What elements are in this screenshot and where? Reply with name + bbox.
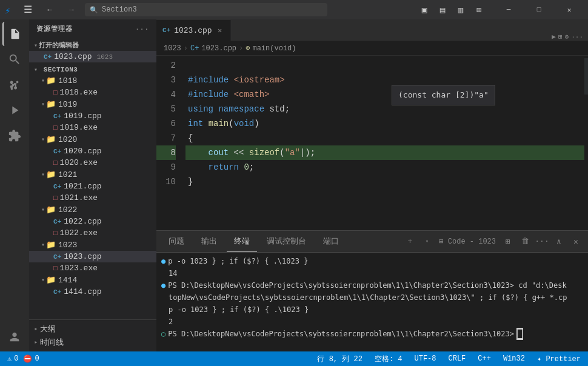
breadcrumb-sep-2: ›: [239, 44, 243, 53]
terminal-cursor: █: [516, 328, 523, 340]
panel-dropdown-button[interactable]: ▾: [419, 235, 434, 249]
code-editor[interactable]: 2 3 4 5 6 7 8 9 10 #include: [156, 56, 588, 230]
split-editor-icon[interactable]: ⊞: [558, 33, 563, 41]
main-container: 资源管理器 ··· ▾ 打开的编辑器 C+ 1023.cpp 1023 ▾ SE…: [0, 19, 588, 351]
editor-area: C+ 1023.cpp ✕ ▶ ⊞ ⚙ ··· 1023 › C+ 1023.c…: [156, 19, 588, 351]
section-chevron: ▾: [34, 67, 38, 73]
file-1020-exe[interactable]: □ 1020.exe: [29, 157, 156, 168]
folder-1018-label: 1018: [58, 76, 77, 85]
line-num-7: 7: [156, 131, 176, 145]
token-return: return: [209, 160, 239, 175]
folder-1023[interactable]: ▾ 📁 1023: [29, 239, 156, 251]
panel-tab-ports[interactable]: 端口: [316, 231, 346, 252]
file-1019-cpp[interactable]: C+ 1019.cpp: [29, 110, 156, 122]
breadcrumb-function[interactable]: main(void): [252, 44, 296, 53]
outline-header[interactable]: ▾ 大纲: [29, 322, 156, 336]
minimize-button[interactable]: ─: [495, 0, 523, 19]
layout-btn-4[interactable]: ⊞: [470, 1, 487, 18]
menu-button[interactable]: ☰: [19, 1, 36, 18]
close-button[interactable]: ✕: [555, 0, 583, 19]
status-os[interactable]: Win32: [501, 351, 527, 366]
panel-tab-problems-label: 问题: [169, 236, 184, 247]
back-button[interactable]: ←: [41, 1, 58, 18]
open-editor-tag: 1023: [97, 53, 113, 61]
breadcrumb-filename[interactable]: 1023.cpp: [201, 44, 236, 53]
sidebar-more-button[interactable]: ···: [135, 25, 149, 33]
file-1021-cpp[interactable]: C+ 1021.cpp: [29, 181, 156, 192]
run-debug-icon[interactable]: ▶: [552, 33, 556, 41]
folder-1018[interactable]: ▾ 📁 1018: [29, 75, 156, 87]
layout-btn-2[interactable]: ▤: [434, 1, 451, 18]
search-icon: 🔍: [90, 6, 98, 14]
cpp-1023-icon: C+: [53, 253, 61, 261]
tab-1023[interactable]: C+ 1023.cpp ✕: [156, 20, 231, 41]
panel-split-button[interactable]: ⊞: [501, 235, 515, 249]
search-activity-icon[interactable]: [2, 47, 27, 72]
open-editors-header[interactable]: ▾ 打开的编辑器: [29, 39, 156, 51]
token-sizeof: sizeof: [249, 145, 279, 160]
panel-add-button[interactable]: +: [403, 235, 417, 249]
folder-1021[interactable]: ▾ 📁 1021: [29, 168, 156, 181]
file-1020-cpp[interactable]: C+ 1020.cpp: [29, 145, 156, 157]
file-1019-cpp-label: 1019.cpp: [64, 111, 101, 121]
file-1022-exe-label: 1022.exe: [60, 228, 98, 238]
file-1022-exe[interactable]: □ 1022.exe: [29, 227, 156, 239]
file-1414-cpp[interactable]: C+ 1414.cpp: [29, 286, 156, 298]
status-language[interactable]: C++: [475, 351, 493, 366]
section-label[interactable]: ▾ SECTION3: [29, 64, 156, 75]
panel-tab-problems[interactable]: 问题: [161, 231, 192, 252]
maximize-button[interactable]: □: [525, 0, 553, 19]
panel-tab-output[interactable]: 输出: [194, 231, 224, 252]
cpp-file-icon: C+: [44, 53, 52, 61]
breadcrumb-1023[interactable]: 1023: [164, 44, 181, 53]
file-1022-cpp[interactable]: C+ 1022.cpp: [29, 216, 156, 227]
exe-icon: □: [53, 89, 58, 96]
terminal-text-7: PS D:\DesktopNew\vsCodeProjects\sybtssoi…: [168, 328, 514, 340]
panel-close-button[interactable]: ✕: [569, 235, 583, 249]
folder-1022[interactable]: ▾ 📁 1022: [29, 204, 156, 216]
code-line-10: }: [185, 175, 584, 189]
panel-tab-terminal-label: 终端: [234, 236, 250, 247]
settings-icon[interactable]: ⚙: [565, 33, 569, 41]
status-line-ending[interactable]: CRLF: [446, 351, 469, 366]
line-num-8: 8: [156, 145, 176, 160]
panel-trash-button[interactable]: 🗑: [518, 235, 532, 249]
search-bar[interactable]: 🔍 Section3: [85, 3, 327, 16]
forward-button[interactable]: →: [63, 1, 80, 18]
source-control-activity-icon[interactable]: [2, 73, 27, 97]
status-encoding[interactable]: UTF-8: [412, 351, 439, 366]
file-1021-exe[interactable]: □ 1021.exe: [29, 192, 156, 204]
open-editor-1023[interactable]: C+ 1023.cpp 1023: [29, 51, 156, 62]
panel-tab-terminal[interactable]: 终端: [227, 231, 257, 252]
panel-tab-debug[interactable]: 调试控制台: [259, 231, 313, 252]
tab-close-button[interactable]: ✕: [216, 26, 224, 35]
files-activity-icon[interactable]: [2, 22, 27, 46]
file-1023-cpp[interactable]: C+ 1023.cpp: [29, 251, 156, 262]
sidebar-title: 资源管理器: [36, 24, 73, 33]
status-spaces[interactable]: 空格: 4: [372, 351, 405, 366]
folder-1020[interactable]: ▾ 📁 1020: [29, 133, 156, 145]
run-activity-icon[interactable]: [2, 98, 27, 122]
file-1019-exe[interactable]: □ 1019.exe: [29, 122, 156, 133]
more-editor-icon[interactable]: ···: [571, 33, 583, 41]
account-activity-icon[interactable]: [2, 325, 27, 349]
folder-1019[interactable]: ▾ 📁 1019: [29, 98, 156, 110]
terminal-line-2: 14: [161, 267, 583, 279]
status-prettier[interactable]: ✦ Prettier: [535, 351, 583, 366]
extensions-activity-icon[interactable]: [2, 124, 27, 148]
status-errors[interactable]: ⚠ 0 ⛔ 0: [5, 351, 42, 366]
layout-btn-3[interactable]: ▥: [452, 1, 469, 18]
status-position[interactable]: 行 8, 列 22: [315, 351, 364, 366]
layout-btn-1[interactable]: ▣: [416, 1, 433, 18]
panel-content[interactable]: ● p -o 1023 } ; if ($?) { .\1023 } 14 ● …: [156, 253, 588, 351]
sidebar-header: 资源管理器 ···: [29, 19, 156, 38]
timeline-header[interactable]: ▾ 时间线: [29, 336, 156, 349]
panel-up-button[interactable]: ∧: [552, 235, 566, 249]
code-content[interactable]: #include <iostream> #include <cmath> usi…: [185, 56, 584, 230]
file-1023-exe[interactable]: □ 1023.exe: [29, 262, 156, 274]
file-1018-exe[interactable]: □ 1018.exe: [29, 87, 156, 98]
token-space-4: [229, 87, 233, 102]
code-line-6: int main ( void ): [185, 116, 584, 131]
panel-more-button[interactable]: ···: [535, 235, 549, 249]
folder-1414[interactable]: ▾ 📁 1414: [29, 274, 156, 286]
